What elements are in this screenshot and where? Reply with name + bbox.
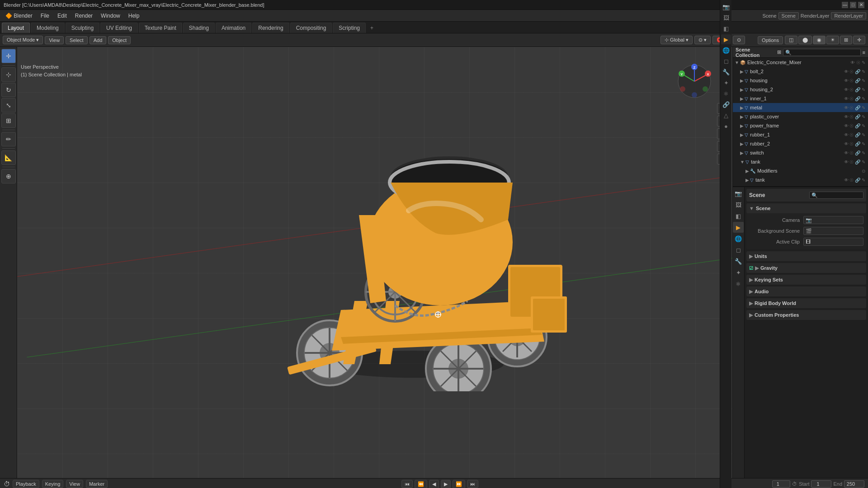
gravity-section-header[interactable]: ☑ ▶ Gravity xyxy=(746,263,866,273)
move-tool-button[interactable]: ⊹ xyxy=(1,67,16,82)
outliner-root-item[interactable]: ▼ 📦 Electric_Concrete_Mixer 👁 ☉ ✎ xyxy=(733,58,868,67)
units-section-header[interactable]: ▶ Units xyxy=(746,251,866,261)
options-button[interactable]: Options xyxy=(758,36,783,44)
menu-edit[interactable]: Edit xyxy=(54,12,71,20)
select-menu[interactable]: Select xyxy=(66,36,88,44)
menu-render[interactable]: Render xyxy=(71,12,96,20)
menu-help[interactable]: Help xyxy=(125,12,143,20)
outliner-item-metal[interactable]: ▶ ▽ metal 👁 ☉ 🔗 ✎ xyxy=(733,103,868,112)
tab-texture-paint[interactable]: Texture Paint xyxy=(139,23,182,33)
view-menu[interactable]: View xyxy=(45,36,64,44)
material-icon[interactable]: ● xyxy=(721,121,731,131)
output-props-icon[interactable]: 🖼 xyxy=(733,199,744,210)
modifier-props-icon[interactable]: 🔧 xyxy=(733,256,744,267)
maximize-button[interactable]: □ xyxy=(850,2,856,8)
proportional-edit[interactable]: ⊙ xyxy=(733,36,745,44)
object-icon[interactable]: ◻ xyxy=(721,56,731,66)
outliner-item-housing2[interactable]: ▶ ▽ housing_2 👁 ☉ 🔗 ✎ xyxy=(733,85,868,94)
outliner-item-inner1[interactable]: ▶ ▽ inner_1 👁 ☉ 🔗 ✎ xyxy=(733,94,868,103)
transform-tool-button[interactable]: ⊞ xyxy=(1,113,16,128)
viewport-shading-solid[interactable]: ⬤ xyxy=(798,36,812,44)
tab-rendering[interactable]: Rendering xyxy=(252,23,289,33)
menu-blender[interactable]: 🔶 Blender xyxy=(2,12,36,20)
viewport-shading-render[interactable]: ☀ xyxy=(826,36,839,44)
tab-shading[interactable]: Shading xyxy=(183,23,215,33)
play-back-button[interactable]: ◀ xyxy=(429,480,439,488)
tab-layout[interactable]: Layout xyxy=(2,23,30,33)
particles-icon[interactable]: ✦ xyxy=(721,78,731,88)
scale-tool-button[interactable]: ⤡ xyxy=(1,98,16,113)
physics-icon[interactable]: ⚛ xyxy=(721,89,731,99)
play-button[interactable]: ▶ xyxy=(441,480,451,488)
outliner-item-modifiers[interactable]: ▶ 🔧 Modifiers ⊙ xyxy=(733,166,868,175)
add-primitive-button[interactable]: ⊕ xyxy=(1,169,16,183)
outliner-item-tank[interactable]: ▼ ▽ tank 👁 ☉ 🔗 ✎ xyxy=(733,157,868,166)
outliner-item-rubber1[interactable]: ▶ ▽ rubber_1 👁 ☉ 🔗 ✎ xyxy=(733,130,868,139)
rigid-body-header[interactable]: ▶ Rigid Body World xyxy=(746,298,866,308)
add-menu[interactable]: Add xyxy=(90,36,107,44)
prev-keyframe-button[interactable]: ⏪ xyxy=(415,480,427,488)
scene-name[interactable]: Scene xyxy=(778,12,799,19)
world-icon[interactable]: 🌐 xyxy=(721,45,731,55)
cursor-tool-button[interactable]: ✛ xyxy=(1,49,16,63)
navigation-gizmo[interactable]: X Y Z xyxy=(676,63,712,99)
physics-props-icon[interactable]: ⚛ xyxy=(733,278,744,289)
close-button[interactable]: ✕ xyxy=(858,2,864,8)
tab-compositing[interactable]: Compositing xyxy=(290,23,332,33)
object-props-icon[interactable]: ◻ xyxy=(733,244,744,255)
add-workspace-button[interactable]: + xyxy=(367,23,377,33)
render-icon[interactable]: 📷 xyxy=(721,2,731,12)
jump-end-button[interactable]: ⏭ xyxy=(467,480,478,488)
gravity-checkbox[interactable]: ☑ xyxy=(749,266,753,271)
menu-file[interactable]: File xyxy=(37,12,53,20)
outliner-item-rubber2[interactable]: ▶ ▽ rubber_2 👁 ☉ 🔗 ✎ xyxy=(733,139,868,148)
viewport-shading-material[interactable]: ◉ xyxy=(813,36,826,44)
render-layer-name[interactable]: RenderLayer xyxy=(831,12,866,19)
outliner-options-icon[interactable]: ≡ xyxy=(863,50,865,55)
transform-dropdown[interactable]: ⊹ Global ▾ xyxy=(660,36,693,44)
current-frame-input[interactable] xyxy=(772,480,790,488)
outliner-search-input[interactable] xyxy=(783,49,860,56)
marker-menu[interactable]: Marker xyxy=(86,480,108,488)
constraints-icon[interactable]: 🔗 xyxy=(721,99,731,109)
viewport[interactable]: User Perspective (1) Scene Collection | … xyxy=(17,47,732,478)
particle-props-icon[interactable]: ✦ xyxy=(733,267,744,278)
keying-sets-header[interactable]: ▶ Keying Sets xyxy=(746,275,866,285)
rotate-tool-button[interactable]: ↻ xyxy=(1,83,16,97)
viewport-shading-wire[interactable]: ◫ xyxy=(785,36,797,44)
view-menu-timeline[interactable]: View xyxy=(66,480,83,488)
menu-window[interactable]: Window xyxy=(97,12,124,20)
outliner-item-tank-sub[interactable]: ▶ ▽ tank 👁 ☉ 🔗 ✎ xyxy=(733,175,868,184)
modifier-icon[interactable]: 🔧 xyxy=(721,67,731,77)
minimize-button[interactable]: — xyxy=(842,2,848,8)
properties-search-input[interactable] xyxy=(809,192,863,199)
scene-props-icon[interactable]: ▶ xyxy=(733,222,744,233)
transform-pivot[interactable]: ⊙ ▾ xyxy=(694,36,711,44)
output-icon[interactable]: 🖼 xyxy=(721,13,731,23)
object-menu[interactable]: Object xyxy=(108,36,131,44)
tab-modeling[interactable]: Modeling xyxy=(31,23,65,33)
keying-menu[interactable]: Keying xyxy=(42,480,64,488)
object-mode-dropdown[interactable]: Object Mode ▾ xyxy=(3,36,43,44)
playback-menu[interactable]: Playback xyxy=(13,480,39,488)
outliner-item-power[interactable]: ▶ ▽ power_frame 👁 ☉ 🔗 ✎ xyxy=(733,121,868,130)
outliner-item-bolt2[interactable]: ▶ ▽ bolt_2 👁 ☉ 🔗 ✎ xyxy=(733,67,868,76)
jump-start-button[interactable]: ⏮ xyxy=(401,480,413,488)
view-layer-icon[interactable]: ◧ xyxy=(721,23,731,33)
tab-scripting[interactable]: Scripting xyxy=(333,23,366,33)
viewport-overlay-toggle[interactable]: ⊞ xyxy=(840,36,852,44)
custom-props-header[interactable]: ▶ Custom Properties xyxy=(746,310,866,320)
bg-scene-value[interactable]: 🎬 xyxy=(803,227,863,235)
tab-animation[interactable]: Animation xyxy=(216,23,251,33)
world-props-icon[interactable]: 🌐 xyxy=(733,233,744,244)
tab-sculpting[interactable]: Sculpting xyxy=(66,23,99,33)
viewport-gizmo-toggle[interactable]: ✛ xyxy=(853,36,865,44)
audio-section-header[interactable]: ▶ Audio xyxy=(746,286,866,296)
outliner-item-housing[interactable]: ▶ ▽ housing 👁 ☉ 🔗 ✎ xyxy=(733,76,868,85)
camera-value[interactable]: 📷 xyxy=(803,216,863,224)
outliner-item-switch[interactable]: ▶ ▽ switch 👁 ☉ 🔗 ✎ xyxy=(733,148,868,157)
filter-icon[interactable]: ⊞ xyxy=(777,49,781,55)
measure-tool-button[interactable]: 📐 xyxy=(1,150,16,165)
active-clip-value[interactable]: 🎞 xyxy=(803,238,863,246)
render-props-icon[interactable]: 📷 xyxy=(733,188,744,199)
